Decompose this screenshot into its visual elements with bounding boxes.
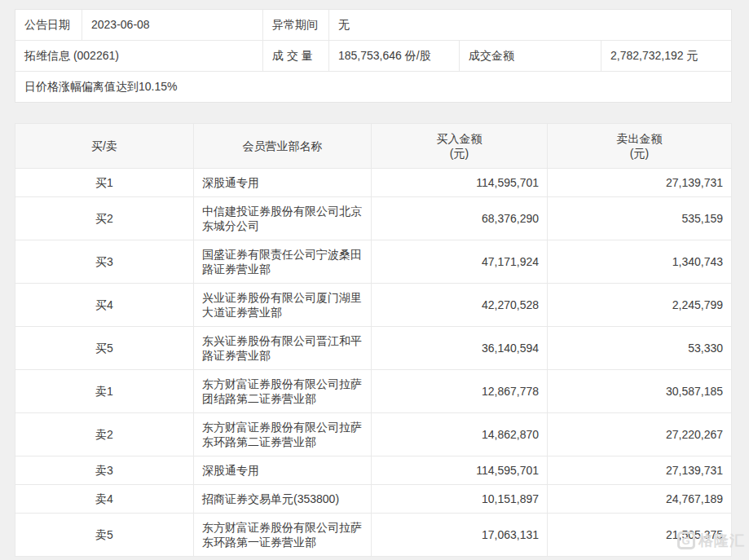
side-cell: 买2 bbox=[15, 197, 194, 240]
sell-amount-cell: 27,139,731 bbox=[548, 169, 732, 197]
broker-cell: 中信建投证券股份有限公司北京东城分公司 bbox=[194, 197, 372, 240]
sell-amount-cell: 535,159 bbox=[548, 197, 732, 240]
broker-cell: 东兴证券股份有限公司晋江和平路证券营业部 bbox=[194, 327, 372, 370]
column-header-sell-unit: (元) bbox=[556, 146, 723, 161]
broker-cell: 深股通专用 bbox=[194, 169, 372, 197]
table-row: 卖2东方财富证券股份有限公司拉萨东环路第二证券营业部14,862,87027,2… bbox=[15, 413, 732, 456]
lhb-table-body: 买1深股通专用114,595,70127,139,731买2中信建投证券股份有限… bbox=[15, 169, 732, 557]
column-header-buy-label: 买入金额 bbox=[380, 131, 539, 146]
abnormal-period-label: 异常期间 bbox=[263, 10, 329, 40]
column-header-buy-amount: 买入金额 (元) bbox=[372, 124, 548, 169]
volume-value: 185,753,646 份/股 bbox=[329, 41, 460, 71]
column-header-side-label: 买/卖 bbox=[24, 139, 185, 153]
broker-cell: 国盛证券有限责任公司宁波桑田路证券营业部 bbox=[194, 240, 372, 284]
column-header-broker: 会员营业部名称 bbox=[194, 124, 372, 169]
broker-cell: 东方财富证券股份有限公司拉萨东环路第二证券营业部 bbox=[194, 413, 372, 456]
buy-amount-cell: 68,376,290 bbox=[372, 197, 548, 240]
side-cell: 买5 bbox=[15, 327, 194, 370]
column-header-sell-amount: 卖出金额 (元) bbox=[548, 124, 732, 169]
table-row: 买2中信建投证券股份有限公司北京东城分公司68,376,290535,159 bbox=[15, 197, 732, 240]
table-row: 卖3深股通专用114,595,70127,139,731 bbox=[15, 456, 732, 485]
gelonghui-logo-icon: G bbox=[677, 531, 695, 549]
buy-amount-cell: 114,595,701 bbox=[372, 456, 548, 485]
broker-cell: 深股通专用 bbox=[194, 456, 372, 485]
stock-summary-panel: 公告日期 2023-06-08 异常期间 无 拓维信息 (002261) 成 交… bbox=[15, 9, 732, 103]
side-cell: 买3 bbox=[15, 240, 194, 284]
abnormal-period-value: 无 bbox=[329, 10, 731, 40]
buy-amount-cell: 36,140,594 bbox=[372, 327, 548, 370]
volume-label: 成 交 量 bbox=[263, 41, 329, 71]
sell-amount-cell: 27,220,267 bbox=[548, 413, 732, 456]
buy-amount-cell: 12,867,778 bbox=[372, 370, 548, 413]
buy-amount-cell: 17,063,131 bbox=[372, 514, 548, 557]
table-row: 卖4招商证券交易单元(353800)10,151,89724,767,189 bbox=[15, 485, 732, 514]
side-cell: 卖3 bbox=[15, 456, 194, 485]
sell-amount-cell: 24,767,189 bbox=[548, 485, 732, 514]
column-header-buy-unit: (元) bbox=[380, 146, 539, 161]
table-row: 买5东兴证券股份有限公司晋江和平路证券营业部36,140,59453,330 bbox=[15, 327, 732, 370]
table-row: 卖1东方财富证券股份有限公司拉萨团结路第二证券营业部12,867,77830,5… bbox=[15, 370, 732, 413]
turnover-label: 成交金额 bbox=[460, 41, 601, 71]
site-watermark: G 格隆汇 bbox=[677, 531, 745, 550]
side-cell: 买1 bbox=[15, 169, 194, 197]
summary-row-volume: 拓维信息 (002261) 成 交 量 185,753,646 份/股 成交金额… bbox=[15, 41, 731, 72]
sell-amount-cell: 27,139,731 bbox=[548, 456, 732, 485]
buy-amount-cell: 114,595,701 bbox=[372, 169, 548, 197]
side-cell: 卖1 bbox=[15, 370, 194, 413]
table-row: 买4兴业证券股份有限公司厦门湖里大道证券营业部42,270,5282,245,7… bbox=[15, 284, 732, 327]
lhb-table-header: 买/卖 会员营业部名称 买入金额 (元) 卖出金额 (元) bbox=[15, 124, 732, 169]
column-header-broker-label: 会员营业部名称 bbox=[202, 139, 363, 153]
announce-date-label: 公告日期 bbox=[15, 10, 82, 40]
side-cell: 卖2 bbox=[15, 413, 194, 456]
stock-name: 拓维信息 (002261) bbox=[15, 41, 263, 71]
broker-cell: 兴业证券股份有限公司厦门湖里大道证券营业部 bbox=[194, 284, 372, 327]
column-header-side: 买/卖 bbox=[15, 124, 194, 169]
sell-amount-cell: 30,587,185 bbox=[548, 370, 732, 413]
sell-amount-cell: 2,245,799 bbox=[548, 284, 732, 327]
page-content: 公告日期 2023-06-08 异常期间 无 拓维信息 (002261) 成 交… bbox=[0, 0, 732, 557]
list-reason: 日价格涨幅偏离值达到10.15% bbox=[15, 72, 731, 102]
watermark-text: 格隆汇 bbox=[698, 531, 745, 550]
buy-amount-cell: 14,862,870 bbox=[372, 413, 548, 456]
broker-cell: 东方财富证券股份有限公司拉萨团结路第二证券营业部 bbox=[194, 370, 372, 413]
side-cell: 卖5 bbox=[15, 514, 194, 557]
sell-amount-cell: 53,330 bbox=[548, 327, 732, 370]
side-cell: 卖4 bbox=[15, 485, 194, 514]
buy-amount-cell: 10,151,897 bbox=[372, 485, 548, 514]
column-header-sell-label: 卖出金额 bbox=[556, 131, 723, 146]
broker-cell: 东方财富证券股份有限公司拉萨东环路第一证券营业部 bbox=[194, 514, 372, 557]
table-row: 买3国盛证券有限责任公司宁波桑田路证券营业部47,171,9241,340,74… bbox=[15, 240, 732, 284]
summary-row-date: 公告日期 2023-06-08 异常期间 无 bbox=[15, 10, 731, 41]
buy-amount-cell: 42,270,528 bbox=[372, 284, 548, 327]
table-row: 卖5东方财富证券股份有限公司拉萨东环路第一证券营业部17,063,13121,5… bbox=[15, 514, 732, 557]
lhb-table: 买/卖 会员营业部名称 买入金额 (元) 卖出金额 (元) 买1深股通专用114… bbox=[15, 123, 732, 557]
turnover-value: 2,782,732,192 元 bbox=[601, 41, 731, 71]
buy-amount-cell: 47,171,924 bbox=[372, 240, 548, 284]
side-cell: 买4 bbox=[15, 284, 194, 327]
table-row: 买1深股通专用114,595,70127,139,731 bbox=[15, 169, 732, 197]
broker-cell: 招商证券交易单元(353800) bbox=[194, 485, 372, 514]
announce-date-value: 2023-06-08 bbox=[82, 10, 263, 40]
summary-row-reason: 日价格涨幅偏离值达到10.15% bbox=[15, 72, 731, 102]
sell-amount-cell: 1,340,743 bbox=[548, 240, 732, 284]
